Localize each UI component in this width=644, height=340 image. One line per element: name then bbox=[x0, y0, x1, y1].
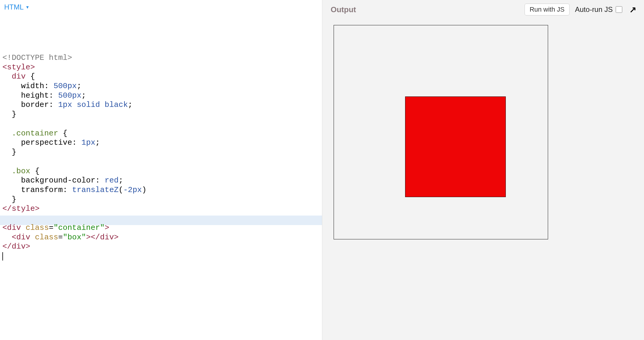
code-token: { bbox=[58, 129, 67, 138]
text-cursor bbox=[2, 252, 3, 261]
code-token: "container" bbox=[54, 223, 105, 232]
code-token: solid black bbox=[72, 100, 128, 109]
code-token bbox=[2, 185, 21, 194]
code-token: 500px bbox=[54, 82, 77, 91]
code-token bbox=[2, 91, 21, 100]
code-token: : bbox=[72, 138, 81, 147]
code-token: .container bbox=[12, 129, 58, 138]
code-token: > bbox=[86, 233, 91, 242]
language-tab-label: HTML bbox=[4, 3, 24, 11]
code-token: 1px bbox=[81, 138, 95, 147]
code-token: } bbox=[12, 148, 16, 157]
code-token: border bbox=[21, 100, 49, 109]
code-token: : bbox=[49, 100, 58, 109]
code-token bbox=[2, 82, 21, 91]
code-token: </ bbox=[2, 204, 12, 213]
code-token: style bbox=[12, 204, 35, 213]
code-token bbox=[2, 72, 12, 81]
code-token bbox=[2, 195, 12, 204]
code-token: .box bbox=[12, 167, 30, 176]
code-token: : bbox=[63, 185, 72, 194]
code-token: = bbox=[49, 223, 54, 232]
code-token: : bbox=[49, 91, 58, 100]
code-token bbox=[2, 110, 12, 119]
code-token bbox=[2, 167, 12, 176]
rendered-box-div bbox=[405, 96, 506, 197]
code-token: 1px bbox=[58, 100, 72, 109]
chevron-down-icon: ▼ bbox=[25, 5, 29, 10]
code-editor[interactable]: <!DOCTYPE html> <style> div { width: 500… bbox=[0, 13, 322, 340]
code-token: </ bbox=[2, 242, 12, 251]
autorun-checkbox[interactable] bbox=[616, 6, 622, 13]
code-token: class bbox=[26, 223, 49, 232]
code-token bbox=[2, 138, 21, 147]
code-token: div bbox=[12, 72, 26, 81]
code-token: "box" bbox=[63, 233, 86, 242]
expand-icon[interactable]: ↗ bbox=[628, 5, 638, 15]
code-token bbox=[2, 100, 21, 109]
code-token: ( bbox=[119, 185, 123, 194]
code-token: background-color bbox=[21, 176, 95, 185]
code-token: > bbox=[35, 204, 40, 213]
output-label: Output bbox=[331, 5, 519, 14]
code-token bbox=[30, 233, 35, 242]
code-token: red bbox=[105, 176, 119, 185]
code-token: } bbox=[12, 195, 16, 204]
code-token: width bbox=[21, 82, 44, 91]
code-token: > bbox=[105, 223, 109, 232]
code-token: ; bbox=[95, 138, 100, 147]
code-token: <!DOCTYPE html> bbox=[2, 53, 72, 62]
code-token: style bbox=[7, 63, 30, 72]
code-token: ; bbox=[77, 82, 82, 91]
code-token: div bbox=[16, 233, 30, 242]
editor-pane: HTML ▼ <!DOCTYPE html> <style> div { wid… bbox=[0, 0, 322, 340]
code-token: = bbox=[58, 233, 63, 242]
code-token: div bbox=[100, 233, 114, 242]
code-token: div bbox=[12, 242, 26, 251]
output-iframe bbox=[331, 22, 636, 323]
code-token: < bbox=[12, 233, 16, 242]
code-token: translateZ bbox=[72, 185, 119, 194]
code-token bbox=[2, 233, 12, 242]
code-token: : bbox=[44, 82, 53, 91]
code-token: : bbox=[95, 176, 105, 185]
code-token: < bbox=[2, 223, 7, 232]
code-token: ; bbox=[81, 91, 86, 100]
autorun-label: Auto-run JS bbox=[575, 5, 613, 14]
code-token: height bbox=[21, 91, 49, 100]
code-token: > bbox=[30, 63, 35, 72]
code-token: { bbox=[26, 72, 35, 81]
code-token: ; bbox=[119, 176, 123, 185]
code-token: } bbox=[12, 110, 16, 119]
autorun-toggle[interactable]: Auto-run JS bbox=[575, 5, 622, 14]
rendered-container-div bbox=[334, 25, 548, 239]
editor-header: HTML ▼ bbox=[0, 0, 322, 13]
code-token: > bbox=[26, 242, 30, 251]
code-token: transform bbox=[21, 185, 63, 194]
code-token: > bbox=[114, 233, 119, 242]
code-token: -2px bbox=[123, 185, 142, 194]
code-token: perspective bbox=[21, 138, 72, 147]
code-token bbox=[2, 129, 12, 138]
code-token bbox=[2, 176, 21, 185]
code-token bbox=[21, 223, 26, 232]
code-token: div bbox=[7, 223, 21, 232]
code-token: </ bbox=[91, 233, 100, 242]
code-token: ; bbox=[128, 100, 133, 109]
code-token: < bbox=[2, 63, 7, 72]
language-tab-html[interactable]: HTML ▼ bbox=[4, 3, 29, 11]
code-token: { bbox=[30, 167, 40, 176]
code-token: 500px bbox=[58, 91, 81, 100]
code-token: class bbox=[35, 233, 58, 242]
code-content: <!DOCTYPE html> <style> div { width: 500… bbox=[2, 44, 322, 261]
run-with-js-button[interactable]: Run with JS bbox=[525, 4, 570, 15]
code-token bbox=[2, 148, 12, 157]
output-header: Output Run with JS Auto-run JS ↗ bbox=[322, 0, 644, 18]
output-pane: Output Run with JS Auto-run JS ↗ bbox=[322, 0, 644, 340]
code-token: ) bbox=[142, 185, 147, 194]
